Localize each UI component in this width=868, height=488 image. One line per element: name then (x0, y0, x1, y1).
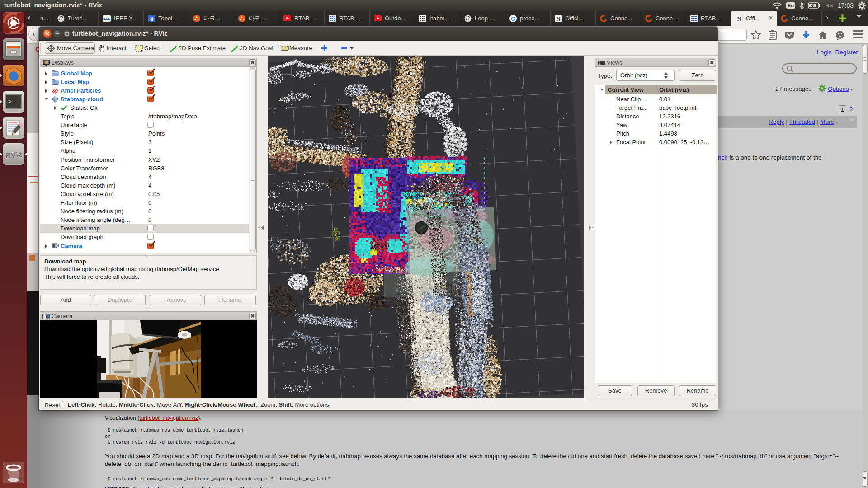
svg-text:N: N (557, 15, 561, 22)
svg-text:RViz: RViz (5, 150, 22, 160)
svg-text:N: N (737, 15, 741, 22)
svg-text:G: G (511, 15, 515, 22)
svg-text:>_: >_ (8, 99, 15, 105)
svg-text:IEEE: IEEE (103, 17, 110, 20)
svg-text:d: d (150, 15, 153, 22)
